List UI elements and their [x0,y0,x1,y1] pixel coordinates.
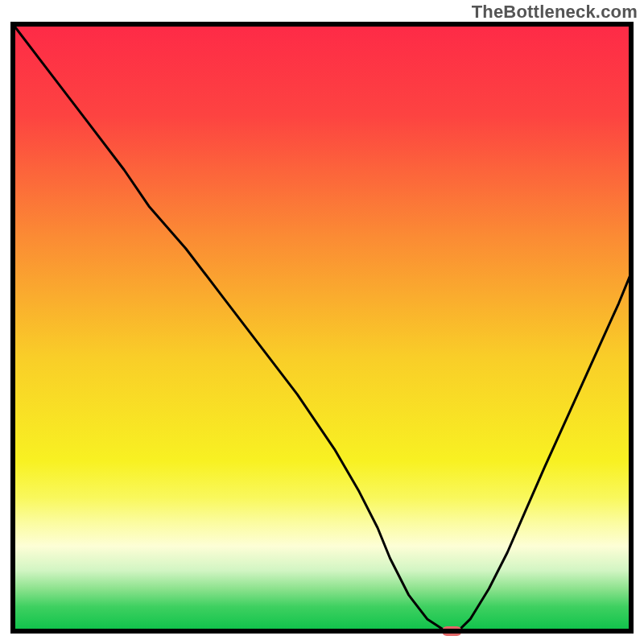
bottleneck-chart: TheBottleneck.com [0,0,644,644]
gradient-background [13,24,631,631]
chart-plot-area [0,0,644,644]
watermark-text: TheBottleneck.com [472,2,638,23]
